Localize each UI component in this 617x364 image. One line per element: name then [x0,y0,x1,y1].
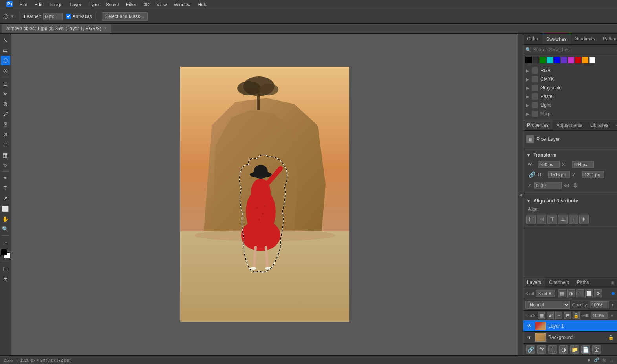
type-tool[interactable]: T [1,184,10,193]
flip-h-icon[interactable]: ⇔ [564,181,570,190]
gradient-tool[interactable]: ▦ [1,150,10,160]
clone-tool[interactable]: ⎘ [1,120,10,129]
new-adjustment-btn[interactable]: ◑ [559,345,568,354]
filter-smart-btn[interactable]: ⚙ [594,289,602,297]
add-mask-btn[interactable]: ⬚ [548,345,557,354]
filter-shape-btn[interactable]: ⬜ [585,289,593,297]
flip-v-icon[interactable]: ⇕ [572,181,578,190]
swatch-group-light[interactable]: ▶ Light [523,101,617,109]
delete-layer-btn[interactable]: 🗑 [592,345,601,354]
opacity-input[interactable] [590,301,609,308]
filter-type-btn[interactable]: T [576,289,584,297]
align-header[interactable]: ▼ Align and Distribute [523,197,617,205]
w-input[interactable] [538,161,560,168]
menu-ps[interactable]: Ps [3,0,16,9]
tab-close-button[interactable]: × [104,26,107,31]
tab-paths[interactable]: Paths [573,277,593,288]
transform-header[interactable]: ▼ Transform [523,151,617,159]
angle-input[interactable] [534,182,562,189]
zoom-tool[interactable]: 🔍 [1,224,10,234]
layer1-visibility-btn[interactable]: 👁 [526,323,533,329]
align-top-btn[interactable]: ⊥ [558,215,568,224]
swatch-white[interactable] [589,57,595,63]
filter-pixel-btn[interactable]: ▦ [558,289,566,297]
tab-gradients[interactable]: Gradients [571,34,599,44]
feather-input[interactable] [43,13,63,20]
blend-mode-select[interactable]: Normal [525,301,570,309]
tab-layers[interactable]: Layers [523,277,545,288]
menu-type[interactable]: Type [85,1,102,8]
swatch-group-rgb[interactable]: ▶ RGB [523,66,617,75]
tab-properties[interactable]: Properties [523,120,553,130]
prop-expand-btn[interactable]: ≡ [612,120,617,130]
quick-mask[interactable]: ⬚ [1,264,10,273]
h-input[interactable] [548,171,570,178]
select-mask-button[interactable]: Select and Mask... [102,12,148,21]
marquee-tool[interactable]: ▭ [1,46,10,55]
menu-edit[interactable]: Edit [31,1,46,8]
shape-tool[interactable]: ⬜ [1,204,10,213]
layers-expand-btn[interactable]: ≡ [608,277,617,288]
swatch-group-grayscale[interactable]: ▶ Grayscale [523,84,617,92]
align-bottom-btn[interactable]: ⊧ [579,215,589,224]
healing-tool[interactable]: ⊕ [1,99,10,109]
menu-filter[interactable]: Filter [123,1,140,8]
menu-help[interactable]: Help [194,1,211,8]
menu-file[interactable]: File [16,1,30,8]
x-input[interactable] [572,161,594,168]
more-tools[interactable]: ··· [1,237,10,247]
swatch-red[interactable] [575,57,581,63]
lock-all-btn[interactable]: 🔒 [573,312,580,319]
quick-select-tool[interactable]: ◎ [1,66,10,75]
path-select-tool[interactable]: ↗ [1,194,10,203]
eyedropper-tool[interactable]: ✒ [1,89,10,98]
fill-input[interactable] [591,312,608,319]
tab-libraries[interactable]: Libraries [586,120,612,130]
swatch-purple[interactable] [561,57,567,63]
swatch-blue[interactable] [554,57,560,63]
align-left-btn[interactable]: ⊢ [526,215,536,224]
history-brush-tool[interactable]: ↺ [1,130,10,139]
menu-select[interactable]: Select [103,1,122,8]
swatch-orange[interactable] [582,57,588,63]
swatch-group-purp[interactable]: ▶ Purp [523,109,617,118]
lock-position-btn[interactable]: ↔ [555,312,562,319]
swatch-magenta[interactable] [568,57,574,63]
tab-adjustments[interactable]: Adjustments [553,120,586,130]
hand-tool[interactable]: ✋ [1,214,10,224]
swatch-dark[interactable] [533,57,539,63]
align-center-h-btn[interactable]: ⊣ [537,215,546,224]
align-center-v-btn[interactable]: ⊦ [569,215,578,224]
background-visibility-btn[interactable]: 👁 [526,334,533,340]
tab-color[interactable]: Color [523,34,542,44]
pen-tool[interactable]: ✒ [1,173,10,183]
move-tool[interactable]: ↖ [1,35,10,45]
new-group-btn[interactable]: 📁 [570,345,579,354]
swatch-black[interactable] [525,57,532,63]
link-layers-btn[interactable]: 🔗 [526,345,535,354]
screen-mode[interactable]: ⊞ [1,274,10,283]
tab-swatches[interactable]: Swatches [542,34,571,44]
menu-image[interactable]: Image [46,1,66,8]
anti-alias-checkbox[interactable] [66,14,71,19]
menu-3d[interactable]: 3D [140,1,152,8]
brush-tool[interactable]: 🖌 [1,109,10,119]
filter-kind-dropdown[interactable]: Kind ▼ [536,290,555,297]
layer-fx-btn[interactable]: fx [537,345,546,354]
menu-window[interactable]: Window [171,1,194,8]
swatch-group-cmyk[interactable]: ▶ CMYK [523,75,617,84]
dodge-tool[interactable]: ○ [1,160,10,170]
swatch-group-pastel[interactable]: ▶ Pastel [523,92,617,101]
crop-tool[interactable]: ⊡ [1,79,10,88]
lock-transparent-btn[interactable]: ▦ [538,312,545,319]
panel-collapse-btn[interactable]: ◀ [518,34,523,355]
filter-adjust-btn[interactable]: ◑ [567,289,575,297]
tool-dropdown-arrow[interactable]: ▼ [10,14,14,18]
swatch-green[interactable] [540,57,546,63]
link-constraints-icon[interactable]: 🔗 [529,171,535,178]
new-layer-btn[interactable]: 📄 [581,345,590,354]
tab-patterns[interactable]: Patterns [599,34,617,44]
document-tab[interactable]: remove object 1.jpg @ 25% (Layer 1, RGB/… [2,24,111,33]
eraser-tool[interactable]: ◻ [1,140,10,149]
menu-view[interactable]: View [154,1,170,8]
